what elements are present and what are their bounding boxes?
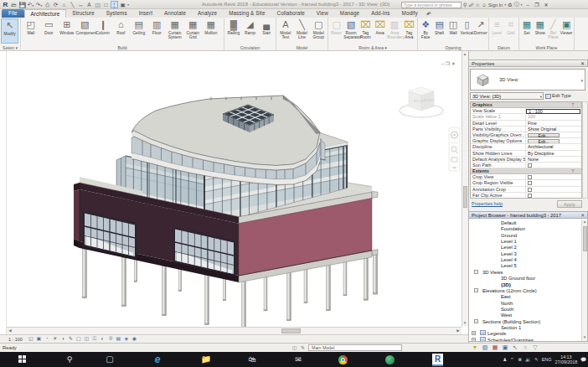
redo-icon[interactable]: ↷▾ xyxy=(35,1,43,8)
taskbar-store-icon[interactable]: 🛍 xyxy=(246,354,258,365)
tab-structure[interactable]: Structure xyxy=(66,9,100,18)
tray-clock[interactable]: 14:13 27/09/2018 xyxy=(555,354,578,365)
tab-analyze[interactable]: Analyze xyxy=(192,9,223,18)
tray-people-icon[interactable]: ♟ xyxy=(503,357,507,362)
tab-annotate[interactable]: Annotate xyxy=(158,9,192,18)
3d-view-icon[interactable]: ◫ xyxy=(94,1,101,8)
ribbon-button-modify[interactable]: ↖Modify xyxy=(1,18,18,44)
ribbon-button-set[interactable]: ▦Set xyxy=(520,18,534,35)
temporary-view-icon[interactable]: ▤ xyxy=(116,336,121,342)
property-value[interactable]: Show Original xyxy=(526,127,581,132)
tray-volume-icon[interactable]: 🔉 xyxy=(525,357,531,362)
checkbox[interactable] xyxy=(528,194,532,198)
revit-logo-icon[interactable]: R xyxy=(2,1,9,8)
ribbon-button-model-text[interactable]: AModel Text xyxy=(277,18,294,39)
exchange-apps-icon[interactable]: ♻ xyxy=(508,2,512,8)
ribbon-button-by-face[interactable]: ❖By Face xyxy=(419,18,432,39)
properties-help-link[interactable]: Properties help xyxy=(472,201,503,206)
type-selector[interactable]: 3D View ▾ xyxy=(470,69,585,90)
scroll-left-icon[interactable]: ◀ xyxy=(7,328,13,333)
tab-architecture[interactable]: Architecture xyxy=(24,9,67,18)
reveal-hidden-icon[interactable]: ② xyxy=(107,336,113,342)
detail-level-icon[interactable]: ▣ xyxy=(36,336,42,342)
edit-linked-icon[interactable]: ▦ xyxy=(492,344,498,351)
ribbon-button-railing[interactable]: ▓Railing xyxy=(225,18,242,35)
text-icon[interactable]: A xyxy=(85,1,93,8)
ribbon-button-tag-room[interactable]: ⌧Tag Room xyxy=(358,18,373,39)
view-restore-icon[interactable]: ❐ xyxy=(446,60,450,67)
viewcube[interactable]: FRONT RIGHT xyxy=(400,87,443,117)
ribbon-button-window[interactable]: ⊞Window xyxy=(58,18,76,35)
analytical-model-icon[interactable]: ◈ xyxy=(123,336,129,342)
ribbon-button-area[interactable]: ⌧Area xyxy=(373,18,387,35)
property-value[interactable] xyxy=(526,163,581,168)
save-icon[interactable]: 💾 xyxy=(18,1,26,8)
communication-center-icon[interactable]: ☍ xyxy=(468,2,473,8)
exclude-options-icon[interactable]: ▧ xyxy=(482,344,488,351)
sign-in-label[interactable]: Sign In xyxy=(488,3,503,8)
edit-button[interactable]: Edit... xyxy=(528,133,560,138)
tab-insert[interactable]: Insert xyxy=(133,9,158,18)
measure-icon[interactable]: ╲ xyxy=(69,1,76,8)
canvas-hscroll-thumb[interactable] xyxy=(281,328,301,333)
taskbar-revit-icon[interactable]: R xyxy=(432,354,443,364)
tray-display-icon[interactable]: 🖥 xyxy=(518,357,523,362)
aligned-dimension-icon[interactable]: ↔ xyxy=(77,1,85,8)
browser-item-schedules-quantities[interactable]: +Schedules/Quantities xyxy=(480,337,534,342)
checkbox[interactable] xyxy=(528,181,532,185)
checkbox[interactable] xyxy=(528,163,532,168)
properties-scrollbar[interactable] xyxy=(582,101,588,199)
sun-path-icon[interactable]: ☀ xyxy=(52,336,58,342)
taskbar-search-icon[interactable]: ⚲ xyxy=(64,354,75,365)
ribbon-button-show[interactable]: ▦Show xyxy=(534,18,547,35)
checkbox[interactable] xyxy=(528,188,532,192)
property-value[interactable]: Architectural xyxy=(526,144,581,149)
tray-up-caret-icon[interactable]: ⌃ xyxy=(510,357,514,362)
temporary-hide-icon[interactable]: ◐ xyxy=(100,336,106,342)
type-dropdown-icon[interactable]: ▾ xyxy=(580,78,583,83)
taskbar-file-explorer-icon[interactable]: 📁 xyxy=(200,354,212,365)
property-value[interactable]: By Discipline xyxy=(526,151,581,156)
browser-item-3d-views[interactable]: −3D Views xyxy=(482,269,503,276)
filter-icon[interactable]: ▼ xyxy=(472,344,478,351)
undo-icon[interactable]: ↶▾ xyxy=(27,1,34,8)
tab-manage[interactable]: Manage xyxy=(334,9,365,18)
filter-count-icon[interactable]: ▽ xyxy=(532,344,539,351)
design-options-dropdown[interactable]: Main Model xyxy=(308,344,402,351)
tab-view[interactable]: View xyxy=(311,9,334,18)
canvas-vscroll-thumb[interactable] xyxy=(463,186,468,208)
tab-options-caret-icon[interactable]: ◢▾ xyxy=(426,9,431,18)
ribbon-button-roof[interactable]: ⌂Roof xyxy=(112,18,131,35)
browser-scroll-down-icon[interactable]: ▼ xyxy=(581,335,588,339)
property-value[interactable]: Fine xyxy=(526,121,581,126)
browser-close-icon[interactable]: ✕ xyxy=(580,212,585,219)
sketchy-lines-icon[interactable]: ✎ xyxy=(68,336,74,342)
section-graphics[interactable]: Graphics⊤ xyxy=(471,102,581,108)
browser-item-level-5[interactable]: Level 5 xyxy=(501,262,517,269)
ribbon-button-mullion[interactable]: ▦Mullion xyxy=(202,18,220,35)
taskbar-start-icon[interactable] xyxy=(18,355,26,363)
ribbon-button-component[interactable]: ▧Component xyxy=(76,18,95,35)
view-minimize-icon[interactable]: – xyxy=(441,60,444,67)
view-selector-dropdown[interactable]: 3D View: {3D}▾ xyxy=(470,92,544,100)
browser-scroll-up-icon[interactable]: ▲ xyxy=(581,220,588,224)
taskbar-edge-icon[interactable]: e xyxy=(152,354,163,365)
close-hidden-icon[interactable]: ▣ xyxy=(119,1,126,8)
tab-add-ins[interactable]: Add-Ins xyxy=(365,9,395,18)
edit-button[interactable]: Edit... xyxy=(528,139,560,144)
ribbon-button-door[interactable]: ▭Door xyxy=(40,18,59,35)
ribbon-button-stair[interactable]: ▄Stair xyxy=(258,18,275,35)
thin-lines-icon[interactable]: ╎ xyxy=(111,1,118,8)
ribbon-button-wall[interactable]: ◫Wall xyxy=(446,18,460,35)
editable-only-icon[interactable]: ✎ xyxy=(300,345,306,351)
canvas-horizontal-scrollbar[interactable] xyxy=(7,327,462,334)
checkbox[interactable] xyxy=(528,175,532,179)
taskbar-chrome-icon[interactable] xyxy=(338,355,348,364)
tab-massing-site[interactable]: Massing & Site xyxy=(223,9,271,18)
properties-header[interactable]: Properties✕ xyxy=(468,59,588,67)
view-scale-button[interactable]: 1 : 100 xyxy=(8,336,23,343)
restore-button[interactable]: ❐ xyxy=(534,2,541,8)
ribbon-button-curtain-grid[interactable]: ▦Curtain Grid xyxy=(184,18,203,39)
property-value[interactable]: 100 xyxy=(526,114,581,119)
crop-view-icon[interactable]: ▢ xyxy=(75,336,81,342)
